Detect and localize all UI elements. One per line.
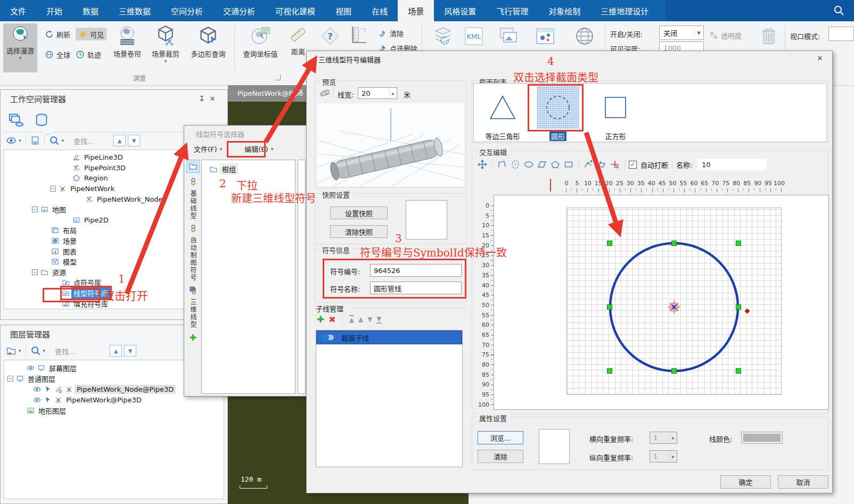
selector-dialog-titlebar[interactable]: 线型符号选择器 — [184, 126, 306, 142]
pipe-3d-icon[interactable] — [319, 87, 330, 97]
set-snapshot-button[interactable]: 设置快照 — [330, 206, 388, 219]
kml-button[interactable]: KML — [462, 24, 486, 49]
expander-icon[interactable] — [53, 301, 59, 307]
pipe-3d-preview[interactable] — [317, 103, 464, 186]
expander-icon[interactable] — [18, 365, 24, 371]
expander-icon[interactable] — [64, 175, 70, 181]
layer-item-label[interactable]: 地形图层 — [36, 405, 68, 416]
expander-icon[interactable] — [64, 165, 70, 171]
ribbon-tab[interactable]: 三维数据 — [109, 0, 161, 21]
cancel-button[interactable]: 取消 — [778, 475, 828, 489]
layer-item-label[interactable]: 普通图层 — [26, 373, 58, 384]
tree-item-label[interactable]: Region — [82, 173, 110, 183]
symbol-name-input[interactable]: 圆形管线 — [370, 282, 462, 294]
height-measure-button[interactable] — [347, 24, 369, 48]
folder-tab[interactable] — [186, 160, 200, 173]
clear-snapshot-button[interactable]: 清除快照 — [330, 225, 388, 238]
tree-item-label[interactable]: PipeNetWork_Node — [95, 195, 165, 204]
move-up-icon[interactable]: ▲ — [358, 316, 363, 323]
viewport-select[interactable] — [828, 27, 854, 41]
line-color-swatch[interactable] — [741, 432, 783, 444]
side-tab-auto-carto[interactable]: 自动制图符号 — [188, 237, 198, 282]
expander-icon[interactable]: − — [32, 206, 38, 212]
ribbon-tab[interactable]: 三维地理设计 — [590, 0, 659, 21]
tree-item-label[interactable]: PipeLine3D — [82, 153, 125, 162]
file-menu[interactable]: 文件(F)▾ — [190, 142, 226, 156]
parallelogram-tool-icon[interactable] — [536, 159, 548, 170]
workspace-panel-titlebar[interactable]: 工作空间管理器 ✕ — [1, 90, 227, 108]
datasource-icon[interactable] — [34, 112, 50, 128]
auto-break-checkbox[interactable]: ✓ — [629, 161, 637, 169]
browse-button[interactable]: 浏览... — [478, 431, 523, 444]
caret-down-icon[interactable]: ▾ — [19, 138, 21, 143]
search-placeholder[interactable]: 查找... — [73, 136, 94, 146]
section-item-circle[interactable]: 圆形 — [535, 86, 581, 141]
edit-vertex-icon[interactable] — [596, 159, 607, 170]
find-prev-button[interactable]: ▲ — [113, 135, 126, 146]
symbol-id-input[interactable]: 964526 — [370, 264, 462, 277]
edit-menu[interactable]: 编辑(E)▾ — [240, 142, 277, 156]
caret-down-icon[interactable]: ▾ — [19, 348, 21, 353]
track-button[interactable]: 轨迹 — [76, 48, 101, 61]
expander-icon[interactable] — [24, 386, 30, 392]
clear-texture-button[interactable]: 清除 — [478, 450, 523, 463]
tree-item-label[interactable]: 资源 — [50, 267, 68, 278]
ribbon-tab[interactable]: 场景 — [398, 0, 434, 21]
tree-item-label[interactable]: 布局 — [61, 225, 79, 236]
tree-item-label[interactable]: PipeNetWork — [68, 184, 117, 193]
delete-all-button[interactable] — [758, 24, 779, 49]
h-repeat-spinner[interactable]: 1 ▸ — [650, 432, 677, 444]
move-icon[interactable] — [477, 159, 488, 170]
expander-icon[interactable] — [64, 217, 70, 223]
search-icon[interactable] — [30, 345, 41, 356]
add-vertex-icon[interactable] — [582, 159, 594, 170]
root-group-label[interactable]: 根组 — [220, 163, 238, 175]
layer-item-label[interactable]: PipeNetWork@Pipe3D — [64, 395, 144, 404]
delete-vertex-icon[interactable] — [609, 159, 621, 170]
group-dialog-launcher[interactable] — [275, 75, 281, 80]
caret-down-icon[interactable]: ▾ — [43, 348, 46, 353]
ok-button[interactable]: 确定 — [720, 475, 771, 489]
ribbon-tab[interactable]: 交通分析 — [213, 0, 265, 21]
move-bottom-icon[interactable]: ▼ — [376, 315, 381, 324]
scene-clip-button[interactable]: 场景裁剪 ▾ — [148, 23, 183, 72]
expander-icon[interactable] — [24, 397, 30, 403]
tree-item-label[interactable]: 线型符号库 — [71, 287, 110, 299]
caret-down-icon[interactable]: ▾ — [62, 138, 64, 143]
section-edit-canvas[interactable] — [494, 195, 829, 410]
tree-item-label[interactable]: 地图 — [50, 204, 68, 215]
expander-icon[interactable] — [53, 290, 59, 296]
area-query-button[interactable]: ? — [318, 24, 342, 49]
subline-row[interactable]: 截面子线 — [316, 331, 462, 344]
expander-icon[interactable] — [43, 238, 48, 244]
select-roam-button[interactable]: 选择漫游 ▾ — [3, 23, 37, 72]
ribbon-tab[interactable]: 开始 — [36, 0, 72, 21]
tree-item-label[interactable]: 模型 — [61, 256, 79, 267]
add-group-icon[interactable]: ✚ — [190, 333, 196, 343]
toggle-select[interactable]: 关闭 ▾ — [659, 26, 704, 40]
ribbon-tab[interactable]: 视图 — [325, 0, 362, 21]
v-repeat-spinner[interactable]: 1 ▸ — [650, 450, 677, 462]
ribbon-tab[interactable]: 在线 — [362, 0, 398, 21]
find-prev-button[interactable]: ▲ — [110, 345, 122, 357]
reference-point[interactable] — [745, 309, 750, 314]
ribbon-tab[interactable]: 风格设置 — [434, 0, 486, 21]
globe-mode-button[interactable]: 全球 — [45, 48, 70, 61]
export-icon[interactable] — [30, 136, 40, 145]
thematic-map-button[interactable] — [533, 24, 557, 49]
ribbon-tab[interactable]: 空间分析 — [161, 0, 213, 21]
expander-icon[interactable]: − — [32, 269, 38, 275]
layer-item-label[interactable]: PipeNetWork_Node@Pipe3D — [75, 385, 176, 394]
tree-item-label[interactable]: 场景 — [61, 235, 79, 246]
name-input[interactable]: 10 — [697, 159, 767, 170]
tree-item-label[interactable]: 填充符号库 — [71, 298, 110, 309]
layer-row[interactable]: 地形图层 — [4, 405, 224, 416]
refresh-button[interactable]: 刷新 — [45, 28, 70, 40]
side-tab-basic-line[interactable]: 基础线型 — [188, 190, 198, 220]
ribbon-tab[interactable]: 可视化建模 — [265, 0, 325, 21]
tree-item-label[interactable]: 图表 — [61, 246, 79, 257]
expander-icon[interactable] — [43, 227, 48, 233]
tree-item-label[interactable]: Pipe2D — [82, 216, 111, 225]
add-layer-icon[interactable] — [6, 345, 17, 356]
visible-toggle-button[interactable]: 可见 — [76, 28, 106, 40]
